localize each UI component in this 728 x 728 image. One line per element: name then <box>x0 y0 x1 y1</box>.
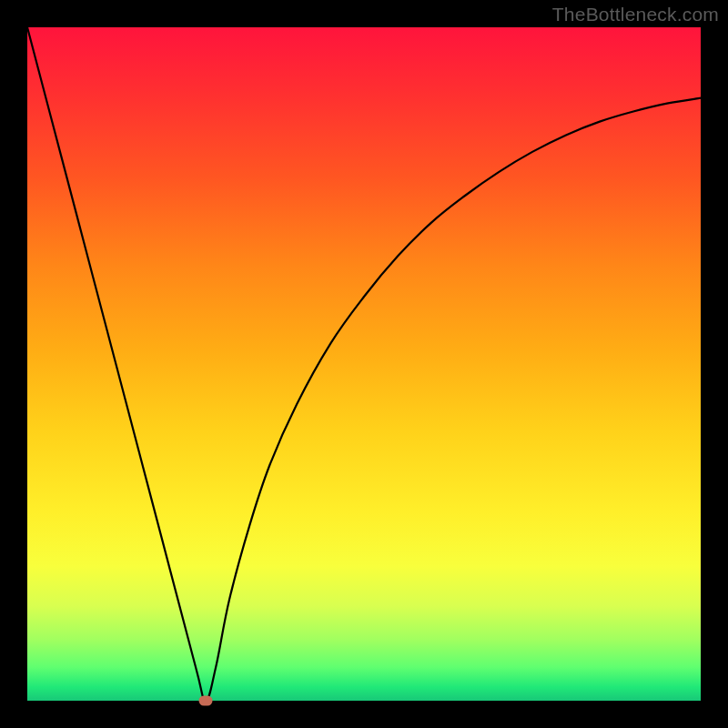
curve-path <box>27 27 701 701</box>
minimum-marker <box>199 696 213 706</box>
watermark-text: TheBottleneck.com <box>552 4 719 25</box>
bottleneck-curve <box>27 27 701 701</box>
plot-area <box>27 27 701 701</box>
chart-frame: TheBottleneck.com <box>0 0 728 728</box>
